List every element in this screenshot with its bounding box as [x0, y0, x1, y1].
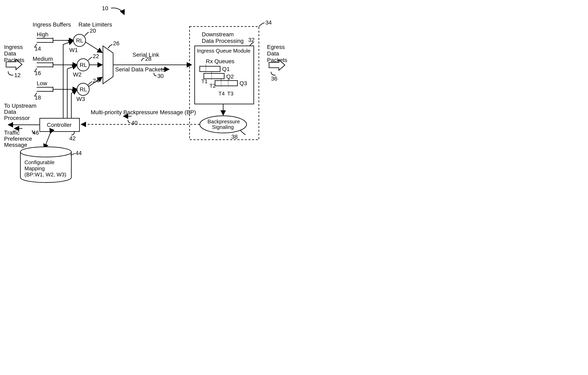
leader-40: [128, 120, 130, 123]
buffer-medium: [37, 62, 53, 67]
ingress-buffers-label: Ingress Buffers: [33, 21, 71, 28]
t1-label: T1: [201, 78, 208, 85]
w1-label: W1: [69, 47, 78, 53]
leader-22: [88, 57, 92, 60]
upstream-l2: Data: [4, 109, 16, 115]
ref-36: 36: [271, 75, 277, 82]
egress-label-3: Packets: [267, 57, 287, 63]
rl3-text: RL: [80, 86, 87, 93]
queue-q1: [200, 66, 220, 72]
multiplexer: [103, 46, 113, 84]
ingress-label-2: Data: [4, 50, 16, 57]
controller-label: Controller: [47, 122, 72, 128]
upstream-l1: To Upstream: [4, 103, 36, 109]
q3-label: Q3: [240, 80, 247, 86]
egress-label-1: Egress: [267, 44, 285, 50]
queue-q3: [215, 81, 237, 86]
egress-label-2: Data: [267, 50, 279, 57]
leader-34: [259, 23, 264, 27]
bp-l2: Signaling: [212, 124, 234, 130]
ref-42: 42: [69, 135, 76, 141]
leader-30: [154, 73, 157, 76]
ref-30: 30: [157, 73, 164, 79]
line-ctrl-rl3: [71, 90, 77, 118]
t4-label: T4: [219, 91, 225, 97]
buffer-low: [37, 87, 53, 92]
buffer-high: [37, 38, 53, 43]
fig-ref-arrow: [111, 8, 124, 15]
high-label: High: [37, 31, 49, 38]
mapping-l1: Configurable: [24, 159, 54, 165]
upstream-l3: Processor: [4, 115, 30, 121]
ref-20: 20: [90, 28, 96, 34]
rl2-text: RL: [80, 62, 87, 68]
leader-20: [84, 32, 89, 36]
downstream-l1: Downstream: [202, 31, 234, 38]
bp-l1: Backpressure: [208, 118, 240, 125]
ref-18: 18: [35, 94, 41, 101]
rl1-text: RL: [76, 37, 83, 44]
leader-38: [241, 130, 246, 135]
ref-22: 22: [93, 53, 99, 59]
ref-46: 46: [33, 129, 39, 136]
traffic-l2: Preference: [4, 136, 32, 142]
mapping-l2: Mapping: [24, 165, 45, 171]
queue-q2: [204, 73, 224, 79]
serial-data-packets-label: Serial Data Packets: [115, 66, 165, 73]
leader-28: [142, 58, 144, 61]
leader-42: [71, 131, 74, 135]
ref-40: 40: [131, 120, 137, 126]
ref-26: 26: [113, 40, 119, 46]
ref-34: 34: [265, 19, 272, 26]
mapping-l3: (BP:W1, W2, W3): [24, 171, 66, 178]
downstream-l2: Data Processing: [202, 38, 243, 44]
ref-28: 28: [145, 56, 151, 62]
leader-36: [271, 72, 275, 75]
leader-26: [108, 44, 113, 48]
traffic-l1: Traffic: [4, 129, 20, 136]
q1-label: Q1: [222, 66, 230, 72]
rate-limiters-label: Rate Limiters: [78, 21, 112, 28]
ingress-label-3: Packets: [4, 57, 24, 63]
w2-label: W2: [73, 71, 82, 78]
ref-12: 12: [14, 72, 21, 78]
ref-38: 38: [231, 134, 238, 140]
ref-14: 14: [35, 45, 41, 52]
leader-12: [8, 71, 13, 75]
low-label: Low: [37, 80, 47, 86]
line-rl1-mux: [85, 42, 102, 53]
medium-label: Medium: [33, 56, 53, 62]
ingress-label-1: Ingress: [4, 44, 23, 50]
ingress-queue-module-label: Ingress Queue Module: [197, 48, 251, 54]
ref-32: 32: [248, 37, 254, 43]
ref-44: 44: [75, 150, 82, 156]
diagram-root: 10 Ingress Data Packets 12 Ingress Buffe…: [0, 0, 300, 191]
t3-label: T3: [227, 91, 233, 97]
rx-queues-label: Rx Queues: [206, 58, 234, 64]
w3-label: W3: [76, 96, 85, 102]
bp-message-label: Multi-priority Backpressure Message (BP): [91, 109, 196, 115]
ref-16: 16: [35, 70, 41, 76]
q2-label: Q2: [226, 73, 234, 80]
traffic-l3: Message: [4, 142, 27, 148]
line-ctrl-db: [45, 131, 51, 147]
fig-ref-10: 10: [102, 5, 108, 11]
